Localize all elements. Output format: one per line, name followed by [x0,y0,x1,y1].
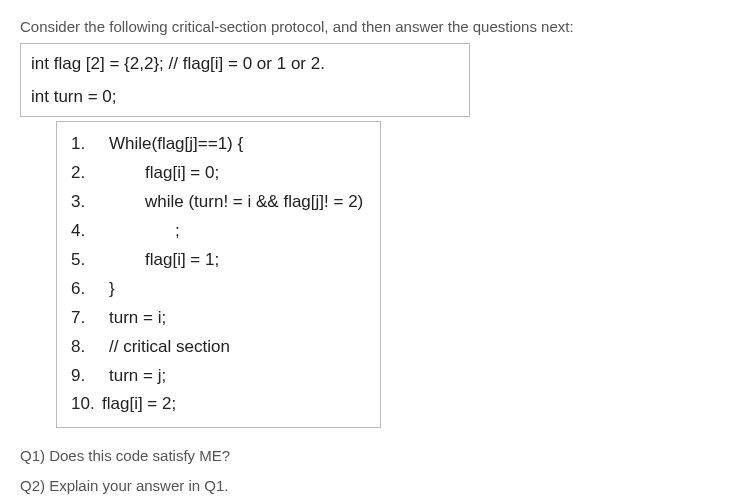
question-1: Q1) Does this code satisfy ME? [20,444,720,468]
code-text: ; [105,217,180,246]
line-number: 4. [71,217,105,246]
line-number: 9. [71,362,105,391]
line-number: 8. [71,333,105,362]
decl-line-2: int turn = 0; [31,87,117,106]
code-line: 5. flag[i] = 1; [71,246,366,275]
code-text: // critical section [105,333,230,362]
code-text: turn = j; [105,362,166,391]
question-2: Q2) Explain your answer in Q1. [20,474,720,498]
line-number: 2. [71,159,105,188]
code-text: while (turn! = i && flag[j]! = 2) [105,188,363,217]
intro-text: Consider the following critical-section … [20,15,720,39]
line-number: 5. [71,246,105,275]
code-text: flag[i] = 0; [105,159,219,188]
code-text: flag[i] = 2; [98,390,176,419]
code-line: 10. flag[i] = 2; [71,390,366,419]
line-number: 1. [71,130,105,159]
code-line: 9. turn = j; [71,362,366,391]
code-line: 2. flag[i] = 0; [71,159,366,188]
code-line: 1. While(flag[j]==1) { [71,130,366,159]
decl-line-1: int flag [2] = {2,2}; // flag[i] = 0 or … [31,54,325,73]
line-number: 3. [71,188,105,217]
code-text: turn = i; [105,304,166,333]
code-line: 7. turn = i; [71,304,366,333]
code-line: 8. // critical section [71,333,366,362]
code-text: flag[i] = 1; [105,246,219,275]
code-line: 4. ; [71,217,366,246]
code-line: 3. while (turn! = i && flag[j]! = 2) [71,188,366,217]
code-text: While(flag[j]==1) { [105,130,243,159]
code-line: 6. } [71,275,366,304]
line-number: 6. [71,275,105,304]
code-block: 1. While(flag[j]==1) { 2. flag[i] = 0; 3… [56,121,381,428]
line-number: 7. [71,304,105,333]
code-text: } [105,275,115,304]
declaration-block: int flag [2] = {2,2}; // flag[i] = 0 or … [20,43,470,117]
